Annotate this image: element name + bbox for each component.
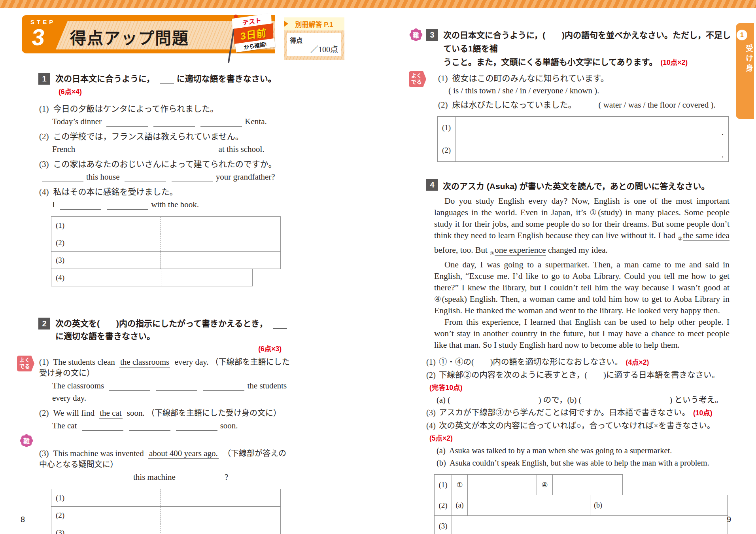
fill-in-blank <box>273 320 287 329</box>
q1-item-2: (2)この学校では，フランス語は教えられていません。 French at thi… <box>39 131 291 155</box>
question-2: 2 次の英文を( )内の指示にしたがって書きかえるとき， に適切な語を書きなさい… <box>22 317 291 534</box>
answer-ref-tab: 別冊解答 P.1 <box>284 17 344 30</box>
page-title: 得点アップ問題 <box>70 25 189 49</box>
fill-in-blank <box>42 473 83 482</box>
question-3-header: 3 次の日本文に合うように，( )内の語句を並べかえなさい。ただし，不足している… <box>426 28 731 69</box>
fill-in-blank <box>107 201 148 210</box>
item-number: (1) <box>39 357 49 367</box>
question-3: 難 3 次の日本文に合うように，( )内の語句を並べかえなさい。ただし，不足して… <box>426 28 731 162</box>
q3-answer-table: (1). (2). <box>437 116 729 162</box>
left-page: STEP 3 得点アップ問題 テスト 3日前 から確認! 別冊解答 P.1 得点… <box>22 15 291 534</box>
fill-in-blank <box>180 473 222 482</box>
row-label: (2) <box>434 495 452 516</box>
row-label: (3) <box>51 524 69 534</box>
table-row-2: (2) (a) (b) <box>434 495 731 516</box>
question-3-badge: 3 <box>426 29 438 41</box>
row-label: (1) <box>434 474 452 495</box>
sub-label: ① <box>452 474 468 495</box>
table-row: (1) <box>51 216 281 234</box>
item-english: I with the book. <box>52 199 291 211</box>
table-row: (3) <box>51 524 281 534</box>
passage-paragraph-3: From this experience, I learned that Eng… <box>434 316 730 351</box>
table-row: (2) <box>51 506 281 524</box>
table-row: (3) <box>51 251 281 269</box>
table-row: (1). <box>437 116 729 139</box>
fill-in-blank <box>106 118 148 127</box>
answer-cell <box>69 269 252 286</box>
q1-answer-table: (1) (2) (3) (4) <box>51 216 281 286</box>
answer-cell <box>452 515 728 534</box>
q4-sub-4b: (b)Asuka couldn’t speak English, but she… <box>437 457 731 469</box>
item-number: (2) <box>438 100 448 110</box>
item-sentence: This machine was invented about 400 year… <box>39 449 286 469</box>
table-row: (2) <box>51 234 281 252</box>
item-japanese: 床は水びたしになっていました。 <box>452 100 576 110</box>
question-1: 1 次の日本文に合うように， に適切な語を書きなさい。 (6点×4) (1)今日… <box>22 72 291 286</box>
item-rewrite: The classrooms the students every day. <box>52 380 291 404</box>
fill-in-blank <box>60 201 101 210</box>
question-4-badge: 4 <box>426 179 438 191</box>
word-tokens: ( water / was / the floor / covered ). <box>598 100 715 110</box>
fill-in-blank <box>42 173 83 182</box>
item-number: (2) <box>39 132 49 141</box>
item-japanese: 私はその本に感銘を受けました。 <box>53 187 178 197</box>
question-3-prompt-line2: うこと。また，文頭にくる単語も小文字にしてあります。 <box>443 57 657 66</box>
row-label: (1) <box>51 217 69 234</box>
question-3-items: よくでる (1)彼女はこの町のみんなに知られています。 ( is / this … <box>438 73 731 110</box>
answer-cell <box>467 495 590 516</box>
item-english: Today’s dinner Kenta. <box>52 116 291 128</box>
unit-label: 受け身 <box>736 44 754 74</box>
fill-in-blank <box>129 422 170 431</box>
question-2-header: 2 次の英文を( )内の指示にしたがって書きかえるとき， に適切な語を書きなさい… <box>38 317 291 343</box>
q4-sub-4: (4)次の英文が本文の内容に合っていれば○，合っていなければ×を書きなさい。(5… <box>426 420 731 445</box>
q4-sub-2: (2)下線部②の内容を次のように表すとき，( )に適する日本語を書きなさい。(完… <box>426 369 731 394</box>
question-2-prompt: 次の英文を( )内の指示にしたがって書きかえるとき， に適切な語を書きなさい。 <box>55 317 291 343</box>
right-page: 難 3 次の日本文に合うように，( )内の語句を並べかえなさい。ただし，不足して… <box>426 28 731 534</box>
item-japanese: この学校では，フランス語は教えられていません。 <box>53 132 244 141</box>
q1-item-3: (3)この家はあなたのおじいさんによって建てられたのですか。 this hous… <box>39 159 291 183</box>
reading-passage: Do you study English every day? Now, Eng… <box>434 195 730 351</box>
question-1-header: 1 次の日本文に合うように， に適切な語を書きなさい。 (6点×4) <box>38 72 291 98</box>
answer-cell <box>467 474 537 495</box>
q3-item-2: (2)床は水びたしになっていました。( water / was / the fl… <box>438 99 731 110</box>
row-label: (1) <box>51 489 69 506</box>
score-box-wrap: 得点 ／100点 <box>284 30 344 60</box>
fill-in-blank <box>174 146 216 154</box>
fill-in-blank <box>156 382 197 391</box>
table-row: (2). <box>437 139 729 162</box>
question-3-prompt-line1: 次の日本文に合うように，( )内の語句を並べかえなさい。ただし，不足している1語… <box>443 30 731 53</box>
question-3-points: (10点×2) <box>660 59 688 66</box>
passage-paragraph-2: One day, I was going to a supermarket. T… <box>434 259 730 316</box>
fill-in-blank <box>125 173 166 182</box>
unit-tab: 1 受け身 <box>736 23 754 119</box>
fill-in-blank <box>109 382 150 391</box>
sub-label: (b) <box>590 495 606 516</box>
score-box: 得点 ／100点 <box>287 33 341 56</box>
row-label: (2) <box>51 507 69 524</box>
item-number: (2) <box>39 408 49 418</box>
fill-in-blank <box>200 118 242 127</box>
sub-label: ④ <box>537 474 553 495</box>
fill-in-blank <box>89 473 130 482</box>
fill-in-blank <box>127 146 169 154</box>
page-number-left: 8 <box>21 515 25 524</box>
step-banner: STEP 3 得点アップ問題 テスト 3日前 から確認! 別冊解答 P.1 得点… <box>22 15 275 53</box>
question-1-prompt: 次の日本文に合うように， に適切な語を書きなさい。 (6点×4) <box>55 72 291 98</box>
fill-in-blank <box>153 118 195 127</box>
top-decoration-strip <box>0 0 756 8</box>
table-row: (1) <box>51 489 281 507</box>
fill-in-blank <box>160 75 174 84</box>
answer-cell <box>552 474 623 495</box>
answer-cell <box>69 252 280 269</box>
flag-body: テスト 3日前 から確認! <box>232 13 276 52</box>
item-japanese: 今日の夕飯はケンタによって作られました。 <box>53 104 219 114</box>
answer-cell <box>69 507 280 524</box>
answer-cell <box>69 524 280 534</box>
row-label: (3) <box>51 252 69 269</box>
table-row-3: (3) <box>434 515 731 534</box>
q4-sub-1: (1)①・④の( )内の語を適切な形になおしなさい。(4点×2) <box>426 356 731 369</box>
item-rewrite: this machine ? <box>39 471 291 483</box>
item-english: this house your grandfather? <box>39 171 291 183</box>
score-total: ／100点 <box>310 43 338 55</box>
row-label: (2) <box>438 139 455 161</box>
